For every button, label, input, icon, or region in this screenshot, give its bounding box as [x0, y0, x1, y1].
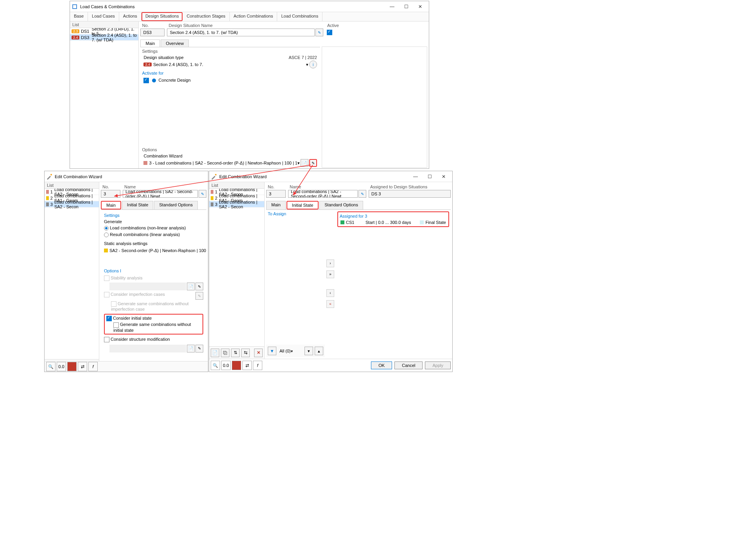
- to-assign-panel: To Assign ▼ All (0)▾ ▾ ▴: [266, 210, 325, 357]
- wiz-settings-section: Settings: [102, 211, 205, 218]
- wiz-tab-main[interactable]: Main: [101, 201, 121, 209]
- help-icon[interactable]: 🔍: [211, 361, 220, 370]
- wiz-tab-initial-state[interactable]: Initial State: [122, 201, 153, 209]
- script-icon[interactable]: f: [88, 362, 98, 371]
- wiz-no-input[interactable]: 3: [101, 190, 120, 198]
- close-button[interactable]: ✕: [437, 172, 451, 181]
- color-icon[interactable]: [232, 361, 241, 370]
- imperfection-checkbox[interactable]: [104, 292, 109, 297]
- no-input[interactable]: DS3: [140, 29, 165, 36]
- static-combo[interactable]: SA2 - Second-order (P-Δ) | Newton-Raphso…: [104, 247, 206, 254]
- copy-config-icon[interactable]: ⇄: [78, 362, 87, 371]
- maximize-button[interactable]: ☐: [399, 2, 413, 11]
- imperfection-sub-checkbox: [111, 301, 116, 307]
- filter-all-combo[interactable]: All (0)▾: [278, 348, 303, 354]
- filter2-icon[interactable]: ⇆: [241, 349, 250, 357]
- help-icon[interactable]: 🔍: [46, 362, 56, 371]
- copy-item-icon[interactable]: ⿻: [221, 349, 229, 357]
- stability-edit-icon: ✎: [195, 283, 203, 290]
- dstype-info-icon[interactable]: i: [309, 61, 317, 68]
- wiz-r-name-input[interactable]: Load combinations | SA2 - Second-order (…: [288, 190, 358, 198]
- initial-state-checkbox[interactable]: [106, 316, 112, 321]
- ok-button[interactable]: OK: [371, 361, 392, 369]
- move-right-icon[interactable]: ›: [326, 259, 334, 267]
- tab-design-situations[interactable]: Design Situations: [142, 12, 183, 21]
- wizard-right-tabs: Main Initial State Standard Options: [266, 201, 451, 210]
- wiz-no-label: No.: [101, 184, 120, 190]
- main-content: No. DS3 Design Situation Name Section 2.…: [139, 21, 429, 168]
- cs1-swatch-icon: [340, 220, 344, 224]
- wiz-tab-standard-options[interactable]: Standard Options: [154, 201, 198, 209]
- tab-action-combinations[interactable]: Action Combinations: [230, 12, 278, 21]
- close-button[interactable]: ✕: [413, 2, 427, 11]
- structure-mod-checkbox[interactable]: [104, 337, 109, 342]
- tab-load-combinations[interactable]: Load Combinations: [277, 12, 322, 21]
- detail-tab-overview[interactable]: Overview: [161, 39, 189, 47]
- tab-base[interactable]: Base: [70, 12, 88, 21]
- assigned-ds-label: Assigned to Design Situations: [369, 184, 451, 190]
- assigned-ds-input[interactable]: DS 3: [369, 190, 451, 198]
- move-all-left-icon[interactable]: «: [326, 300, 334, 308]
- active-checkbox[interactable]: [327, 30, 332, 35]
- list-row-ds3[interactable]: 2.4 DS3 Section 2.4 (ASD), 1. to 7. (w/ …: [70, 34, 138, 41]
- imperfection-edit-icon[interactable]: ✎: [195, 292, 203, 300]
- dstype-combo[interactable]: 2.4 Section 2.4 (ASD), 1. to 7. ▾: [143, 61, 308, 68]
- stability-combo: [109, 283, 186, 290]
- wiz-r-edit-name-icon[interactable]: ✎: [358, 190, 366, 198]
- wizard-edit-icon[interactable]: ✎: [309, 159, 317, 167]
- cancel-button[interactable]: Cancel: [394, 361, 423, 369]
- gen-nonlinear-radio[interactable]: [104, 226, 109, 231]
- assigned-row-cs1[interactable]: CS1 Start | 0.0 ... 300.0 days Final Sta…: [339, 219, 448, 225]
- expand-icon[interactable]: ▾: [305, 347, 313, 355]
- initial-state-sub-checkbox[interactable]: [113, 322, 119, 328]
- wiz-r-tab-main[interactable]: Main: [266, 201, 286, 209]
- concrete-design-label: Concrete Design: [159, 78, 191, 82]
- tab-construction-stages[interactable]: Construction Stages: [183, 12, 229, 21]
- units-icon[interactable]: 0.0: [221, 361, 231, 370]
- tab-load-cases[interactable]: Load Cases: [88, 12, 119, 21]
- collapse-icon[interactable]: ▴: [315, 347, 323, 355]
- edit-combination-wizard-left: Edit Combination Wizard List 1Load combi…: [44, 171, 208, 372]
- sort-icon[interactable]: ⇅: [231, 349, 240, 357]
- script-icon[interactable]: f: [253, 361, 262, 370]
- svg-point-2: [50, 174, 52, 175]
- move-left-icon[interactable]: ‹: [326, 289, 334, 297]
- wiz-r-list-item-3[interactable]: 3Load combinations | SA2 - Secon: [209, 201, 264, 208]
- wiz-edit-name-icon[interactable]: ✎: [199, 190, 206, 198]
- filter-funnel-icon[interactable]: ▼: [268, 347, 276, 355]
- to-assign-label: To Assign: [266, 210, 325, 217]
- apply-button[interactable]: Apply: [425, 361, 451, 369]
- copy-config-icon[interactable]: ⇄: [242, 361, 252, 370]
- wizard-left-list-header: List: [45, 182, 99, 189]
- delete-icon[interactable]: ✕: [254, 349, 263, 357]
- minimize-button[interactable]: —: [408, 172, 423, 181]
- transfer-buttons: › » ‹ «: [325, 210, 336, 357]
- assigned-panel: Assigned for 3 CS1 Start | 0.0 ... 300.0…: [336, 210, 451, 357]
- wizard-new-icon[interactable]: 📄: [301, 159, 308, 167]
- units-icon[interactable]: 0.0: [57, 362, 66, 371]
- edit-name-icon[interactable]: ✎: [315, 29, 323, 36]
- color-icon[interactable]: [67, 362, 77, 371]
- situation-name-input[interactable]: Section 2.4 (ASD), 1. to 7. (w/ TDA): [167, 29, 315, 36]
- move-all-right-icon[interactable]: »: [326, 270, 334, 278]
- wizard-combo[interactable]: 3 - Load combinations | SA2 - Second-ord…: [143, 159, 300, 167]
- wiz-list-item-3[interactable]: 3Load combinations | SA2 - Secon: [45, 201, 99, 208]
- minimize-button[interactable]: —: [385, 2, 399, 11]
- stability-checkbox[interactable]: [104, 276, 109, 281]
- wizard-left-content: No. 3 Name Load combinations | SA2 - Sec…: [99, 182, 208, 372]
- gen-linear-radio[interactable]: [104, 233, 109, 237]
- wizard-right-list-panel: List 1Load combinations | SA2 - Secon 2L…: [209, 182, 265, 359]
- settings-section: Settings: [140, 47, 320, 54]
- maximize-button[interactable]: ☐: [423, 172, 437, 181]
- wiz-r-tab-initial-state[interactable]: Initial State: [287, 201, 319, 209]
- wizard-left-list-panel: List 1Load combinations | SA2 - Secon 2L…: [45, 182, 99, 372]
- wizard-left-titlebar: Edit Combination Wizard: [45, 171, 208, 182]
- situation-list-panel: List 2.3 DS1 Section 2.3 (LRFD), 1. to 5…: [70, 21, 139, 168]
- tab-actions[interactable]: Actions: [119, 12, 142, 21]
- wiz-r-no-input[interactable]: 3: [266, 190, 286, 198]
- wiz-r-tab-standard-options[interactable]: Standard Options: [319, 201, 363, 209]
- detail-tab-main[interactable]: Main: [140, 39, 160, 47]
- new-item-icon[interactable]: 📄: [211, 349, 219, 357]
- concrete-design-checkbox[interactable]: [143, 78, 149, 83]
- wiz-name-input[interactable]: Load combinations | SA2 - Second-order (…: [123, 190, 198, 198]
